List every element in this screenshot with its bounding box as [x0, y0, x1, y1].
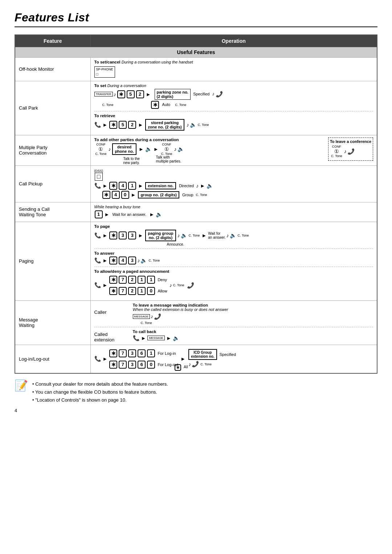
feature-off-hook: Off-hook Monitor: [15, 58, 90, 81]
page-title: Features List: [15, 11, 377, 27]
footer-notes: 📝 • Consult your dealer for more details…: [15, 380, 377, 404]
page-number: 4: [15, 408, 377, 413]
op-off-hook: To set/cancel During a conversation usin…: [90, 58, 377, 81]
table-row: Paging To page 📞 ► ∗ 3 3 ► paging groupn…: [15, 222, 377, 300]
operation-col-header: Operation: [90, 35, 377, 47]
feature-multiple-party: Multiple PartyConversation: [15, 135, 90, 165]
table-row: Call Pickup (DSS) □ 📞 ► ∗ 4 1 ► extensio…: [15, 165, 377, 202]
feature-message-waiting: MessageWaiting: [15, 300, 90, 345]
table-row: MessageWaiting Caller To leave a message…: [15, 300, 377, 345]
feature-waiting-tone: Sending a CallWaiting Tone: [15, 202, 90, 222]
note-text: • Consult your dealer for more details a…: [32, 380, 168, 404]
op-waiting-tone: While hearing a busy tone 1 ► Wait for a…: [90, 202, 377, 222]
feature-paging: Paging: [15, 222, 90, 300]
op-paging: To page 📞 ► ∗ 3 3 ► paging groupno. (2 d…: [90, 222, 377, 300]
table-row: Log-in/Log-out 📞 ► ∗ 7 3 6 1 For Log-in: [15, 345, 377, 373]
op-call-pickup: (DSS) □ 📞 ► ∗ 4 1 ► extension no. Direct…: [90, 165, 377, 202]
table-header: Feature Operation: [15, 35, 377, 47]
op-message-waiting: Caller To leave a message waiting indica…: [90, 300, 377, 345]
table-row: Off-hook Monitor To set/cancel During a …: [15, 58, 377, 81]
feature-col-header: Feature: [15, 35, 90, 47]
feature-call-pickup: Call Pickup: [15, 165, 90, 202]
feature-login-logout: Log-in/Log-out: [15, 345, 90, 373]
op-login-logout: 📞 ► ∗ 7 3 6 1 For Log-in ∗: [90, 345, 377, 373]
features-table: Feature Operation Useful Features Off-ho…: [15, 34, 377, 374]
table-row: Sending a CallWaiting Tone While hearing…: [15, 202, 377, 222]
useful-features-header: Useful Features: [15, 47, 377, 58]
note-icon: 📝: [15, 380, 28, 391]
table-row: Multiple PartyConversation To add other …: [15, 135, 377, 165]
op-multiple-party: To add other parties during a conversati…: [90, 135, 377, 165]
feature-call-park: Call Park: [15, 81, 90, 135]
table-row: Call Park To set During a conversation T…: [15, 81, 377, 135]
op-call-park: To set During a conversation TRANSFER ♪ …: [90, 81, 377, 135]
